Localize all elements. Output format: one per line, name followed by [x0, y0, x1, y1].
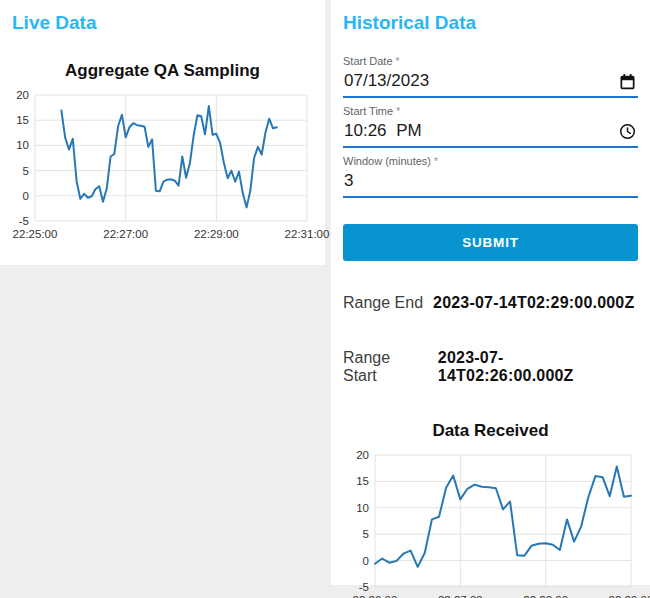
range-end-row: Range End 2023-07-14T02:29:00.000Z — [343, 294, 638, 312]
historical-data-title: Historical Data — [343, 12, 638, 34]
field-start-time: Start Time* 10:26 PM — [343, 105, 638, 148]
svg-text:15: 15 — [356, 475, 369, 487]
svg-text:20: 20 — [356, 449, 369, 461]
page: Live Data Aggregate QA Sampling 20151050… — [0, 0, 650, 598]
svg-text:10: 10 — [356, 502, 369, 514]
svg-text:10: 10 — [16, 139, 29, 151]
svg-text:22:26:00: 22:26:00 — [353, 594, 398, 598]
svg-text:0: 0 — [23, 190, 29, 202]
svg-text:22:27:00: 22:27:00 — [438, 594, 483, 598]
window-minutes-label: Window (minutes) — [343, 155, 431, 167]
window-minutes-input[interactable]: 3 — [343, 168, 638, 198]
svg-text:5: 5 — [23, 165, 29, 177]
svg-text:22:31:00: 22:31:00 — [285, 228, 330, 240]
svg-text:-5: -5 — [359, 581, 369, 593]
svg-text:22:29:00: 22:29:00 — [194, 228, 239, 240]
svg-text:15: 15 — [16, 114, 29, 126]
range-start-label: Range Start — [343, 349, 428, 385]
required-marker: * — [396, 56, 400, 67]
field-start-date: Start Date* 07/13/2023 — [343, 55, 638, 98]
historical-data-panel: Historical Data Start Date* 07/13/2023 S… — [331, 0, 650, 585]
svg-text:-5: -5 — [19, 215, 29, 227]
start-time-label: Start Time — [343, 105, 393, 117]
range-end-label: Range End — [343, 294, 423, 312]
svg-text:5: 5 — [363, 528, 369, 540]
live-chart-title: Aggregate QA Sampling — [0, 61, 325, 81]
svg-text:22:27:00: 22:27:00 — [103, 228, 148, 240]
svg-text:0: 0 — [363, 555, 369, 567]
clock-icon[interactable] — [619, 123, 636, 140]
svg-text:22:28:00: 22:28:00 — [523, 594, 568, 598]
submit-button[interactable]: SUBMIT — [343, 224, 638, 261]
svg-text:22:25:00: 22:25:00 — [13, 228, 58, 240]
start-date-input[interactable]: 07/13/2023 — [343, 68, 638, 98]
live-chart: 20151050-522:25:0022:27:0022:29:0022:31:… — [5, 89, 321, 243]
range-start-row: Range Start 2023-07-14T02:26:00.000Z — [343, 349, 638, 385]
start-date-label: Start Date — [343, 55, 393, 67]
range-end-value: 2023-07-14T02:29:00.000Z — [433, 294, 634, 312]
live-data-title: Live Data — [12, 12, 325, 34]
svg-text:20: 20 — [16, 89, 29, 101]
live-data-panel: Live Data Aggregate QA Sampling 20151050… — [0, 0, 325, 265]
range-start-value: 2023-07-14T02:26:00.000Z — [438, 349, 638, 385]
historical-chart: 20151050-522:26:0022:27:0022:28:0022:29:… — [345, 449, 645, 598]
svg-text:22:29:00: 22:29:00 — [609, 594, 650, 598]
calendar-icon[interactable] — [619, 73, 636, 90]
start-time-input[interactable]: 10:26 PM — [343, 118, 638, 148]
required-marker: * — [434, 156, 438, 167]
required-marker: * — [396, 106, 400, 117]
historical-chart-title: Data Received — [343, 421, 638, 441]
field-window-minutes: Window (minutes)* 3 — [343, 155, 638, 198]
